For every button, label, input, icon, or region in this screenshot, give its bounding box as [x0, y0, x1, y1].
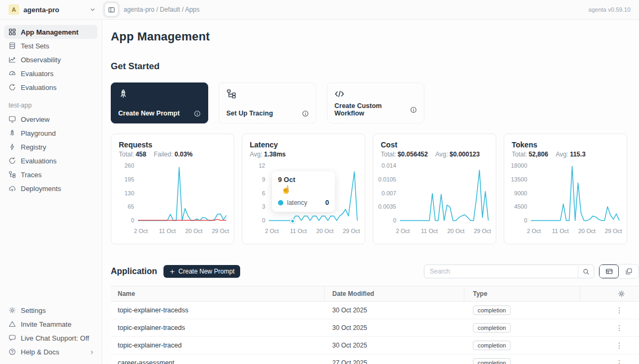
- chart-title: Tokens: [512, 140, 619, 149]
- create-new-prompt-card[interactable]: Create New Prompt: [111, 82, 208, 123]
- sidebar-item-traces[interactable]: Traces: [4, 168, 97, 181]
- info-icon[interactable]: [410, 106, 417, 113]
- table-icon: [9, 42, 16, 49]
- card-view-button[interactable]: [619, 264, 638, 278]
- requests-plot[interactable]: [138, 166, 226, 221]
- sidebar-item-live-chat[interactable]: Live Chat Support: Off: [4, 331, 97, 345]
- sidebar-item-registry[interactable]: Registry: [4, 140, 97, 154]
- row-menu-icon[interactable]: ⋮: [613, 306, 625, 315]
- app-date-modified: 30 Oct 2025: [325, 302, 464, 319]
- table-row[interactable]: career-assessment 27 Oct 2025 completion…: [111, 354, 639, 364]
- sidebar-item-label: Test Sets: [21, 42, 49, 50]
- y-axis: 1800013500900045000: [512, 162, 531, 224]
- sidebar-item-help-docs[interactable]: Help & Docs ›: [4, 345, 97, 359]
- tracing-icon: [9, 171, 16, 178]
- sidebar-item-label: Registry: [21, 143, 46, 151]
- table-settings-gear-icon[interactable]: [618, 290, 625, 297]
- app-name: topic-explainer-traceds: [111, 319, 325, 336]
- row-menu-icon[interactable]: ⋮: [613, 324, 625, 332]
- main-content: App Management Get Started Create New Pr…: [103, 20, 639, 364]
- chart-stats: Total:$0.056452Avg:$0.000123: [381, 151, 488, 158]
- app-date-modified: 27 Oct 2025: [325, 354, 464, 364]
- tracing-icon: [226, 89, 309, 99]
- card-label: Create Custom Workflow: [334, 102, 410, 117]
- chart-stat: Avg:115.3: [555, 151, 585, 158]
- plus-icon: [169, 269, 175, 275]
- create-new-prompt-button[interactable]: Create New Prompt: [163, 265, 240, 278]
- table-row[interactable]: topic-explainer-traced 30 Oct 2025 compl…: [111, 337, 639, 354]
- tooltip-series: latency: [287, 199, 307, 206]
- rocket-icon: [9, 129, 16, 137]
- app-version: agenta v0.59.10: [588, 6, 630, 13]
- chart-stat: Total:52,806: [512, 151, 548, 158]
- sidebar-item-label: Deployments: [21, 185, 61, 193]
- app-name: topic-explainer-tracedss: [111, 302, 325, 319]
- cost-plot[interactable]: [400, 166, 488, 221]
- set-up-tracing-card[interactable]: Set Up Tracing: [219, 82, 316, 123]
- chart-title: Latency: [250, 140, 357, 149]
- sidebar-item-test-sets[interactable]: Test Sets: [4, 39, 97, 53]
- rocket-icon: [118, 89, 201, 99]
- info-icon[interactable]: [194, 110, 201, 117]
- sidebar-item-evaluators[interactable]: Evaluators: [4, 67, 97, 80]
- chat-icon: [9, 334, 16, 342]
- x-axis: 2 Oct11 Oct20 Oct29 Oct: [531, 227, 619, 236]
- chart-tooltip: 9 Oct ☝ latency 0: [272, 171, 335, 212]
- gear-icon: [9, 307, 16, 314]
- sidebar-item-evaluations-app[interactable]: Evaluations: [4, 154, 97, 168]
- application-header: Application Create New Prompt: [111, 264, 639, 279]
- chart-stats: Avg:1.38ms: [250, 151, 357, 158]
- sidebar-item-label: Overview: [21, 115, 50, 123]
- sidebar: App Management Test Sets Observability E…: [0, 20, 102, 364]
- row-menu-icon[interactable]: ⋮: [613, 341, 625, 350]
- app-date-modified: 30 Oct 2025: [325, 337, 464, 354]
- table-row[interactable]: topic-explainer-traceds 30 Oct 2025 comp…: [111, 319, 639, 337]
- sidebar-item-label: App Management: [21, 28, 78, 36]
- hover-marker-dot: [290, 219, 295, 224]
- type-badge: completion: [473, 305, 511, 315]
- search-icon[interactable]: [578, 265, 594, 278]
- y-axis: 0.0140.01050.0070.00350: [381, 162, 400, 224]
- breadcrumb[interactable]: agenta-pro / Default / Apps: [124, 6, 200, 13]
- tokens-plot[interactable]: [531, 166, 619, 221]
- sidebar-item-label: Evaluations: [21, 157, 56, 165]
- monitor-icon: [9, 115, 16, 123]
- card-view-icon: [625, 268, 633, 275]
- sidebar-item-invite-teammate[interactable]: Invite Teammate: [4, 317, 97, 331]
- sidebar-item-overview[interactable]: Overview: [4, 112, 97, 126]
- sidebar-item-playground[interactable]: Playground: [4, 126, 97, 140]
- sidebar-item-label: Help & Docs: [21, 348, 59, 356]
- table-view-icon: [605, 268, 613, 275]
- row-menu-icon[interactable]: ⋮: [613, 359, 625, 364]
- requests-chart-card: Requests Total:458Failed:0.03% 260195130…: [111, 134, 234, 244]
- sidebar-collapse-button[interactable]: [104, 3, 118, 16]
- type-badge: completion: [473, 358, 511, 364]
- x-axis: 2 Oct11 Oct20 Oct29 Oct: [138, 227, 226, 236]
- sidebar-item-observability[interactable]: Observability: [4, 53, 97, 67]
- create-custom-workflow-card[interactable]: Create Custom Workflow: [327, 82, 424, 123]
- cloud-icon: [9, 185, 16, 192]
- workspace-name: agenta-pro: [23, 6, 85, 14]
- sidebar-item-app-management[interactable]: App Management: [4, 25, 97, 39]
- table-view-button[interactable]: [599, 264, 619, 278]
- get-started-heading: Get Started: [111, 61, 639, 72]
- sidebar-item-settings[interactable]: Settings: [4, 303, 97, 317]
- sidebar-item-label: Evaluators: [21, 70, 53, 78]
- sidebar-item-evaluations[interactable]: Evaluations: [4, 80, 97, 94]
- chart-icon: [9, 56, 16, 63]
- sidebar-item-label: Observability: [21, 56, 61, 64]
- y-axis: 260195130650: [119, 162, 138, 224]
- workspace-switcher[interactable]: A agenta-pro: [0, 4, 102, 15]
- x-axis: 2 Oct11 Oct20 Oct29 Oct: [269, 227, 357, 236]
- card-label: Set Up Tracing: [226, 110, 273, 117]
- page-title: App Management: [111, 30, 639, 44]
- y-axis: 129630: [250, 162, 269, 224]
- metrics-charts: Requests Total:458Failed:0.03% 260195130…: [111, 134, 639, 244]
- tooltip-date: 9 Oct: [278, 176, 329, 184]
- x-axis: 2 Oct11 Oct20 Oct29 Oct: [400, 227, 488, 236]
- info-icon[interactable]: [302, 110, 309, 117]
- search-input[interactable]: [424, 268, 578, 275]
- table-row[interactable]: topic-explainer-tracedss 30 Oct 2025 com…: [111, 302, 639, 319]
- sidebar-item-deployments[interactable]: Deployments: [4, 181, 97, 195]
- chart-title: Requests: [119, 140, 226, 149]
